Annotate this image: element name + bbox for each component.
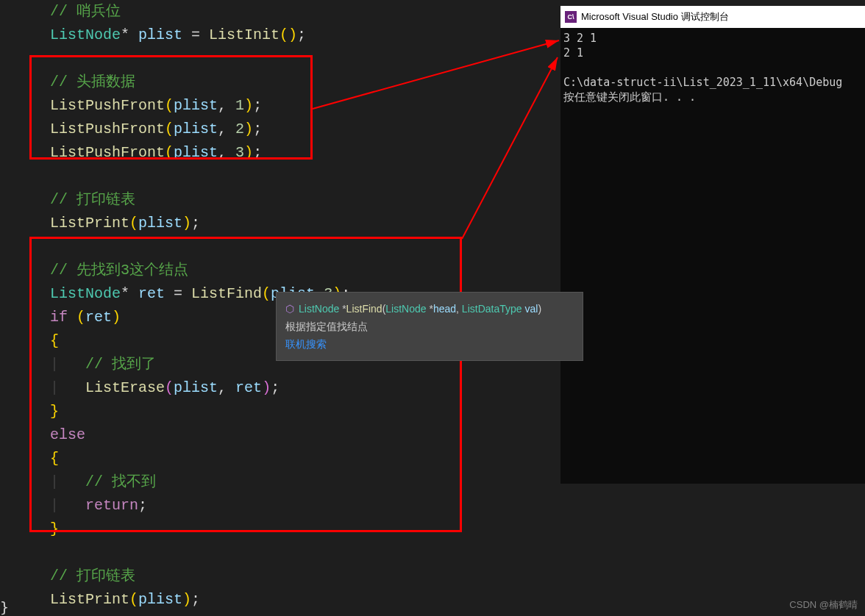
number: 3 — [235, 144, 244, 161]
tooltip-param-type: ListNode — [385, 303, 426, 315]
arg: plist — [174, 97, 218, 114]
paren-close: ) — [244, 144, 253, 161]
code-line: ListPrint(plist); — [15, 588, 865, 612]
semicolon: ; — [297, 26, 306, 43]
code-line: | return; — [15, 494, 865, 517]
comment: // 找不到 — [85, 473, 156, 490]
tooltip-description: 根据指定值找结点 — [285, 318, 574, 335]
arg: ret — [235, 379, 262, 396]
tooltip-search-link[interactable]: 联机搜索 — [285, 335, 574, 353]
eq: = — [182, 26, 209, 43]
tooltip-return-type: ListNode — [299, 303, 339, 315]
output-line: 3 2 1 — [563, 32, 597, 45]
closing-brace: } — [0, 598, 9, 616]
intellisense-tooltip: ⬡ ListNode *ListFind(ListNode *head, Lis… — [276, 292, 583, 361]
comma: , — [218, 379, 235, 396]
tooltip-param-type: ListDataType — [462, 303, 522, 315]
paren-close: ) — [112, 309, 121, 326]
function-call: ListPrint — [50, 215, 129, 232]
arg: plist — [138, 215, 182, 232]
semicolon: ; — [191, 215, 200, 232]
return-keyword: return — [85, 497, 138, 514]
output-prompt: 按任意键关闭此窗口. . . — [563, 90, 696, 104]
paren-open: ( — [129, 215, 138, 232]
star: * — [339, 303, 346, 315]
console-window[interactable]: C\ Microsoft Visual Studio 调试控制台 3 2 1 2… — [560, 6, 865, 484]
console-titlebar[interactable]: C\ Microsoft Visual Studio 调试控制台 — [560, 6, 865, 28]
code-line: } — [15, 517, 865, 541]
star: * — [121, 285, 138, 302]
star: * — [121, 26, 138, 43]
function-call: ListInit — [209, 26, 280, 43]
paren-close: ) — [244, 97, 253, 114]
tooltip-param-name: head — [433, 303, 456, 315]
brace-close: } — [50, 403, 59, 420]
function-call: ListPushFront — [50, 144, 165, 161]
arg: plist — [174, 144, 218, 161]
if-keyword: if — [50, 309, 68, 326]
semicolon: ; — [253, 144, 262, 161]
paren-close: ) — [244, 121, 253, 137]
comment: // 打印链表 — [50, 191, 135, 208]
vs-icon: C\ — [565, 11, 577, 23]
paren-open: ( — [165, 97, 174, 114]
brace-open: { — [50, 450, 59, 467]
paren-open: ( — [262, 285, 271, 302]
variable: ret — [138, 285, 165, 302]
arg: plist — [174, 121, 218, 137]
variable: ret — [85, 309, 112, 326]
comment: // 打印链表 — [50, 567, 135, 584]
function-call: ListPushFront — [50, 121, 165, 137]
comma: , — [218, 97, 235, 114]
watermark: CSDN @楠鹤晴 — [789, 598, 858, 612]
paren-open: ( — [165, 144, 174, 161]
output-path: C:\data-struct-ii\List_2023_1_11\x64\Deb… — [563, 76, 842, 89]
paren-open: ( — [76, 309, 85, 326]
code-line: // 打印链表 — [15, 565, 865, 588]
output-line: 2 1 — [563, 46, 583, 60]
paren-open: ( — [165, 121, 174, 137]
semicolon: ; — [253, 121, 262, 137]
semicolon: ; — [191, 591, 200, 608]
parens: () — [280, 26, 297, 43]
console-output: 3 2 1 2 1 C:\data-struct-ii\List_2023_1_… — [560, 28, 865, 484]
blank-line — [15, 541, 865, 565]
function-call: ListFind — [191, 285, 262, 302]
console-title: Microsoft Visual Studio 调试控制台 — [581, 10, 729, 24]
semicolon: ; — [253, 97, 262, 114]
comment: // 找到了 — [85, 356, 156, 373]
function-call: ListErase — [85, 379, 165, 396]
brace-close: } — [50, 520, 59, 537]
number: 1 — [235, 97, 244, 114]
paren-close: ) — [182, 215, 191, 232]
comment: // 头插数据 — [50, 74, 135, 90]
paren-open: ( — [129, 591, 138, 608]
paren-close: ) — [262, 379, 271, 396]
semicolon: ; — [271, 379, 280, 396]
brace-open: { — [50, 332, 59, 349]
comment: // 先找到3这个结点 — [50, 262, 188, 279]
comma: , — [218, 144, 235, 161]
arg: plist — [138, 591, 182, 608]
variable: plist — [138, 26, 182, 43]
number: 2 — [235, 121, 244, 137]
comment: // 哨兵位 — [50, 3, 121, 20]
semicolon: ; — [138, 497, 147, 514]
type: ListNode — [50, 285, 121, 302]
type: ListNode — [50, 26, 121, 43]
paren-open: ( — [165, 379, 174, 396]
function-call: ListPrint — [50, 591, 129, 608]
tooltip-param-name: val — [524, 303, 538, 315]
cube-icon: ⬡ — [285, 300, 294, 318]
function-call: ListPushFront — [50, 97, 165, 114]
paren-close: ) — [182, 591, 191, 608]
eq: = — [165, 285, 191, 302]
comma: , — [218, 121, 235, 137]
arg: plist — [174, 379, 218, 396]
else-keyword: else — [50, 426, 85, 443]
tooltip-func-name: ListFind — [346, 303, 382, 315]
